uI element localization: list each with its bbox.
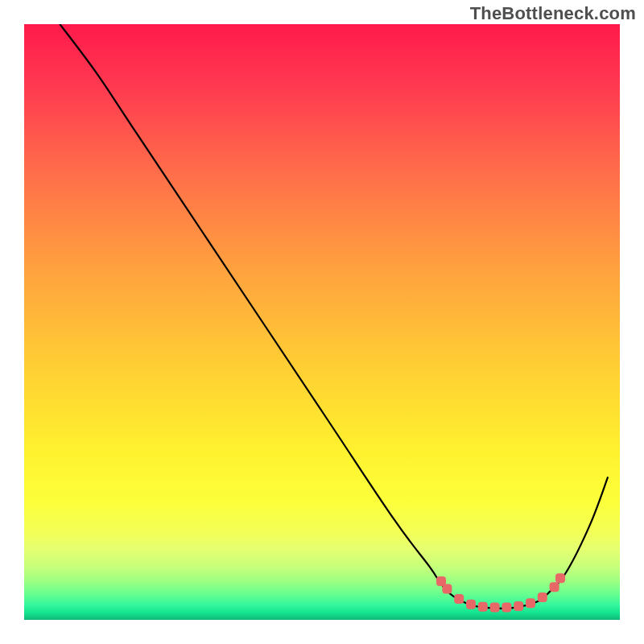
marker-point <box>454 594 464 604</box>
plot-area <box>24 24 620 620</box>
marker-point <box>490 602 500 612</box>
marker-point <box>478 602 488 612</box>
marker-point <box>442 584 452 594</box>
chart-root: TheBottleneck.com <box>0 0 644 644</box>
marker-point <box>514 601 523 611</box>
gradient-background <box>24 24 620 620</box>
marker-point <box>466 600 476 609</box>
marker-point <box>555 573 565 583</box>
marker-point <box>502 602 511 612</box>
watermark: TheBottleneck.com <box>470 3 636 24</box>
marker-point <box>526 598 535 608</box>
plot-svg <box>24 24 620 620</box>
marker-point <box>538 592 547 602</box>
marker-point <box>550 582 559 592</box>
